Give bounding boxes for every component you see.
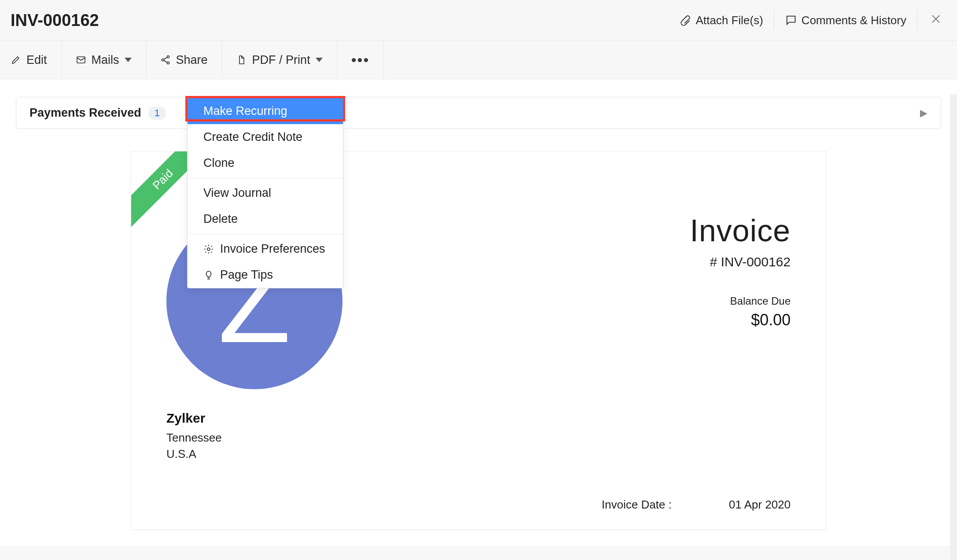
- menu-item-label: Clone: [203, 156, 235, 170]
- toolbar: Edit Mails Share PDF / Print •••: [0, 41, 957, 79]
- payments-received-bar[interactable]: Payments Received 1 ▶: [16, 97, 941, 129]
- attach-files-button[interactable]: Attach File(s): [679, 14, 763, 27]
- pencil-icon: [11, 55, 21, 65]
- comments-history-label: Comments & History: [802, 14, 906, 27]
- balance-due-value: $0.00: [690, 311, 791, 329]
- menu-invoice-preferences[interactable]: Invoice Preferences: [188, 236, 343, 262]
- share-button[interactable]: Share: [146, 41, 222, 79]
- attach-files-label: Attach File(s): [696, 14, 763, 27]
- content-area: Payments Received 1 ▶ Paid Z Zylker Tenn…: [0, 79, 957, 546]
- menu-clone[interactable]: Clone: [188, 150, 343, 176]
- menu-view-journal[interactable]: View Journal: [188, 180, 343, 206]
- menu-make-recurring[interactable]: Make Recurring: [188, 98, 343, 124]
- menu-item-label: Make Recurring: [203, 104, 287, 118]
- menu-divider: [188, 178, 343, 178]
- invoice-date-row: Invoice Date : 01 Apr 2020: [166, 498, 791, 512]
- edit-button[interactable]: Edit: [0, 41, 62, 79]
- close-icon: [930, 13, 942, 25]
- payments-count-badge: 1: [148, 107, 166, 120]
- company-address: Zylker Tennessee U.S.A: [166, 409, 342, 463]
- share-icon: [160, 55, 171, 65]
- more-dots-icon: •••: [351, 52, 370, 69]
- invoice-date-label: Invoice Date :: [602, 498, 672, 512]
- menu-divider: [188, 234, 343, 234]
- company-country: U.S.A: [166, 446, 342, 463]
- header-actions: Attach File(s) Comments & History: [679, 11, 944, 30]
- comment-icon: [785, 14, 797, 26]
- paperclip-icon: [679, 14, 691, 26]
- invoice-date-value: 01 Apr 2020: [729, 498, 791, 512]
- page-header: INV-000162 Attach File(s) Comments & His…: [0, 0, 957, 41]
- invoice-right-column: Invoice # INV-000162 Balance Due $0.00: [690, 204, 791, 329]
- share-label: Share: [176, 53, 208, 67]
- menu-item-label: View Journal: [203, 186, 271, 200]
- mails-dropdown[interactable]: Mails: [62, 41, 146, 79]
- chevron-down-icon: [316, 58, 323, 62]
- menu-create-credit-note[interactable]: Create Credit Note: [188, 124, 343, 150]
- document-title: Invoice: [690, 213, 791, 248]
- menu-item-label: Create Credit Note: [203, 130, 302, 144]
- divider: [917, 11, 917, 30]
- menu-page-tips[interactable]: Page Tips: [188, 262, 343, 288]
- menu-item-label: Invoice Preferences: [220, 242, 325, 256]
- mails-label: Mails: [92, 53, 119, 67]
- chevron-right-icon: ▶: [920, 107, 928, 119]
- more-actions-button[interactable]: •••: [337, 41, 384, 79]
- gear-icon: [203, 244, 214, 254]
- page-title: INV-000162: [11, 11, 99, 30]
- edit-label: Edit: [26, 53, 47, 67]
- payments-label: Payments Received: [29, 106, 141, 120]
- divider: [774, 11, 774, 30]
- more-actions-menu: Make Recurring Create Credit Note Clone …: [187, 98, 343, 288]
- menu-delete[interactable]: Delete: [188, 206, 343, 232]
- menu-item-label: Page Tips: [220, 268, 273, 282]
- scrollbar[interactable]: [950, 94, 957, 560]
- svg-point-4: [207, 248, 210, 251]
- payments-left: Payments Received 1: [29, 106, 166, 120]
- close-button[interactable]: [928, 13, 944, 28]
- balance-due-label: Balance Due: [690, 295, 791, 307]
- company-name: Zylker: [166, 409, 342, 428]
- pdf-print-dropdown[interactable]: PDF / Print: [222, 41, 337, 79]
- chevron-down-icon: [125, 58, 132, 62]
- lightbulb-icon: [203, 270, 214, 280]
- company-state: Tennessee: [166, 430, 342, 446]
- comments-history-button[interactable]: Comments & History: [785, 14, 906, 27]
- pdf-print-label: PDF / Print: [252, 53, 310, 67]
- svg-rect-0: [77, 57, 85, 63]
- mail-icon: [76, 55, 86, 65]
- pdf-icon: [236, 55, 247, 65]
- menu-item-label: Delete: [203, 212, 238, 226]
- document-number: # INV-000162: [690, 254, 791, 269]
